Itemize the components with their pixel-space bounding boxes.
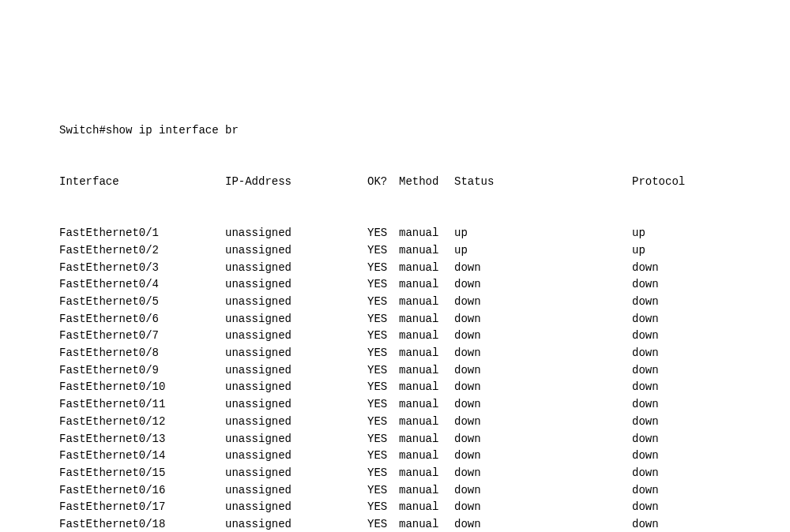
cell-status: down (454, 448, 632, 465)
cell-ip: unassigned (225, 362, 367, 380)
cell-ok: YES (367, 328, 399, 345)
cell-interface: FastEthernet0/12 (59, 414, 225, 431)
table-row: FastEthernet0/7unassignedYESmanualdowndo… (59, 328, 790, 345)
cell-status: up (454, 225, 632, 242)
cell-method: manual (399, 379, 454, 396)
cell-ip: unassigned (225, 396, 367, 414)
cell-ok: YES (367, 414, 399, 431)
cell-ip: unassigned (225, 482, 367, 500)
cell-protocol: down (632, 294, 703, 311)
cell-method: manual (399, 482, 454, 500)
table-row: FastEthernet0/4unassignedYESmanualdowndo… (59, 276, 790, 294)
cell-method: manual (399, 242, 454, 260)
cell-method: manual (399, 516, 454, 532)
cell-interface: FastEthernet0/15 (59, 465, 225, 482)
cell-ok: YES (367, 260, 399, 277)
table-row: FastEthernet0/12unassignedYESmanualdownd… (59, 414, 790, 431)
cell-interface: FastEthernet0/2 (59, 242, 225, 260)
cell-protocol: down (632, 276, 703, 294)
cell-protocol: down (632, 465, 703, 482)
cell-method: manual (399, 499, 454, 516)
col-protocol: Protocol (632, 174, 703, 191)
cell-status: down (454, 482, 632, 500)
table-row: FastEthernet0/18unassignedYESmanualdownd… (59, 516, 790, 532)
cell-interface: FastEthernet0/6 (59, 311, 225, 328)
col-ok: OK? (367, 174, 399, 191)
cell-method: manual (399, 362, 454, 380)
cell-ok: YES (367, 431, 399, 448)
cell-status: down (454, 431, 632, 448)
cell-interface: FastEthernet0/8 (59, 345, 225, 362)
cell-interface: FastEthernet0/9 (59, 362, 225, 380)
cell-protocol: down (632, 414, 703, 431)
cell-ok: YES (367, 448, 399, 465)
cell-status: down (454, 414, 632, 431)
cell-method: manual (399, 431, 454, 448)
cell-ok: YES (367, 225, 399, 242)
cell-ip: unassigned (225, 414, 367, 431)
table-header-row: InterfaceIP-AddressOK?MethodStatusProtoc… (59, 174, 790, 191)
cell-status: down (454, 260, 632, 277)
cell-interface: FastEthernet0/4 (59, 276, 225, 294)
cell-ok: YES (367, 276, 399, 294)
cell-ip: unassigned (225, 225, 367, 242)
cell-interface: FastEthernet0/3 (59, 260, 225, 277)
cell-method: manual (399, 276, 454, 294)
cell-method: manual (399, 294, 454, 311)
table-row: FastEthernet0/9unassignedYESmanualdowndo… (59, 362, 790, 380)
col-method: Method (399, 174, 454, 191)
cell-ip: unassigned (225, 242, 367, 260)
table-row: FastEthernet0/13unassignedYESmanualdownd… (59, 431, 790, 448)
table-row: FastEthernet0/8unassignedYESmanualdowndo… (59, 345, 790, 362)
cell-ok: YES (367, 294, 399, 311)
cell-protocol: down (632, 396, 703, 414)
cell-interface: FastEthernet0/7 (59, 328, 225, 345)
cell-ok: YES (367, 499, 399, 516)
cell-protocol: down (632, 448, 703, 465)
cell-interface: FastEthernet0/1 (59, 225, 225, 242)
cell-ip: unassigned (225, 294, 367, 311)
cell-ok: YES (367, 379, 399, 396)
cell-ip: unassigned (225, 345, 367, 362)
table-row: FastEthernet0/5unassignedYESmanualdowndo… (59, 294, 790, 311)
col-ip: IP-Address (225, 174, 367, 191)
cell-protocol: up (632, 242, 703, 260)
cell-protocol: up (632, 225, 703, 242)
table-row: FastEthernet0/16unassignedYESmanualdownd… (59, 482, 790, 500)
cell-ok: YES (367, 465, 399, 482)
col-interface: Interface (59, 174, 225, 191)
table-row: FastEthernet0/17unassignedYESmanualdownd… (59, 499, 790, 516)
table-row: FastEthernet0/14unassignedYESmanualdownd… (59, 448, 790, 465)
cell-ok: YES (367, 362, 399, 380)
cell-ok: YES (367, 242, 399, 260)
cell-interface: FastEthernet0/10 (59, 379, 225, 396)
cell-status: down (454, 276, 632, 294)
cell-protocol: down (632, 499, 703, 516)
cell-status: down (454, 465, 632, 482)
cell-protocol: down (632, 482, 703, 500)
cell-ok: YES (367, 311, 399, 328)
cell-status: down (454, 311, 632, 328)
cell-method: manual (399, 396, 454, 414)
cell-ip: unassigned (225, 465, 367, 482)
cell-status: down (454, 328, 632, 345)
cell-ip: unassigned (225, 379, 367, 396)
cell-status: down (454, 379, 632, 396)
cell-method: manual (399, 311, 454, 328)
cell-ip: unassigned (225, 276, 367, 294)
cell-protocol: down (632, 362, 703, 380)
cell-method: manual (399, 260, 454, 277)
cell-protocol: down (632, 328, 703, 345)
cell-protocol: down (632, 260, 703, 277)
cell-ip: unassigned (225, 328, 367, 345)
cell-status: down (454, 516, 632, 532)
col-status: Status (454, 174, 632, 191)
cell-ip: unassigned (225, 448, 367, 465)
table-body: FastEthernet0/1unassignedYESmanualupupFa… (59, 225, 790, 532)
cell-status: down (454, 362, 632, 380)
cell-method: manual (399, 328, 454, 345)
cell-protocol: down (632, 379, 703, 396)
cell-ip: unassigned (225, 499, 367, 516)
cell-ip: unassigned (225, 260, 367, 277)
cell-protocol: down (632, 311, 703, 328)
